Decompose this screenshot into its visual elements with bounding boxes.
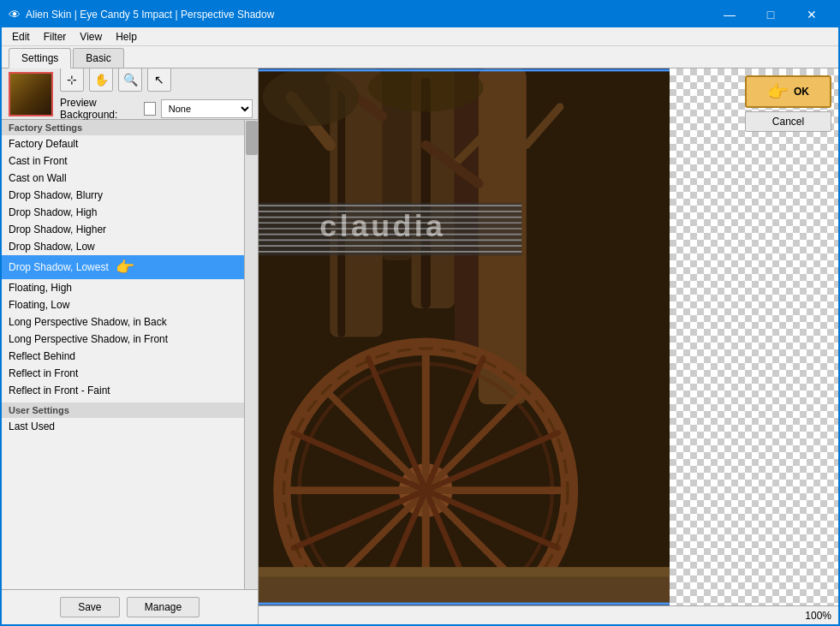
list-item[interactable]: Drop Shadow, Low — [2, 238, 244, 255]
list-with-scroll: Factory Settings Factory Default Cast in… — [2, 120, 258, 589]
svg-text:claudia: claudia — [319, 209, 445, 243]
maximize-button[interactable]: □ — [751, 2, 790, 27]
manage-button[interactable]: Manage — [127, 597, 200, 617]
tab-basic[interactable]: Basic — [73, 48, 123, 68]
list-item[interactable]: Floating, High — [2, 279, 244, 296]
bottom-buttons: Save Manage — [2, 589, 258, 624]
settings-list-container: Factory Settings Factory Default Cast in… — [2, 120, 258, 589]
list-item[interactable]: Reflect in Front — [2, 365, 244, 382]
left-panel: ⊹ ✋ 🔍 ↖ Preview Background: None White B… — [2, 69, 259, 624]
list-item-selected[interactable]: Drop Shadow, Lowest 👉 — [2, 255, 244, 279]
list-item[interactable]: Drop Shadow, High — [2, 204, 244, 221]
list-item[interactable]: Cast in Front — [2, 152, 244, 170]
app-icon: 👁 — [9, 8, 21, 21]
save-button[interactable]: Save — [60, 597, 120, 617]
menu-filter[interactable]: Filter — [37, 29, 74, 45]
user-settings-header: User Settings — [2, 402, 244, 418]
list-item[interactable]: Cast on Wall — [2, 170, 244, 187]
scrollbar-track[interactable] — [244, 120, 258, 589]
preview-bg-color — [144, 102, 155, 116]
pointer-tool-button[interactable]: ↖ — [147, 69, 171, 92]
factory-settings-header: Factory Settings — [2, 120, 244, 135]
window-title: Alien Skin | Eye Candy 5 Impact | Perspe… — [26, 9, 274, 21]
title-bar: 👁 Alien Skin | Eye Candy 5 Impact | Pers… — [2, 2, 838, 27]
hand-tool-button[interactable]: ✋ — [89, 69, 113, 92]
menu-edit[interactable]: Edit — [5, 29, 37, 45]
right-panel: 👉 OK Cancel — [259, 69, 838, 624]
list-item[interactable]: Factory Default — [2, 135, 244, 152]
preview-area: claudia — [259, 69, 838, 605]
list-items-inner: Factory Settings Factory Default Cast in… — [2, 120, 244, 589]
preview-bg-row: Preview Background: None White Black Gra… — [60, 97, 253, 121]
title-bar-controls: — □ ✕ — [710, 2, 831, 27]
list-item[interactable]: Reflect Behind — [2, 348, 244, 365]
preview-strip: ⊹ ✋ 🔍 ↖ Preview Background: None White B… — [2, 69, 258, 120]
tab-settings[interactable]: Settings — [9, 48, 71, 69]
list-item[interactable]: Reflect in Front - Faint — [2, 382, 244, 399]
main-content: ⊹ ✋ 🔍 ↖ Preview Background: None White B… — [2, 69, 838, 624]
selected-item-arrow: 👉 — [116, 258, 134, 277]
list-item[interactable]: Long Perspective Shadow, in Back — [2, 313, 244, 331]
ok-button[interactable]: 👉 OK — [745, 75, 831, 108]
list-item-last-used[interactable]: Last Used — [2, 418, 244, 435]
preview-right: ⊹ ✋ 🔍 ↖ Preview Background: None White B… — [60, 69, 253, 121]
svg-rect-39 — [259, 567, 670, 576]
select-tool-button[interactable]: ⊹ — [60, 69, 84, 92]
main-window: 👁 Alien Skin | Eye Candy 5 Impact | Pers… — [0, 0, 840, 626]
list-item[interactable]: Floating, Low — [2, 296, 244, 313]
title-bar-left: 👁 Alien Skin | Eye Candy 5 Impact | Pers… — [9, 8, 274, 21]
tabs-bar: Settings Basic — [2, 46, 838, 69]
menu-view[interactable]: View — [73, 29, 109, 45]
list-item[interactable]: Long Perspective Shadow, in Front — [2, 331, 244, 348]
zoom-level: 100% — [805, 610, 831, 622]
ok-label: OK — [794, 86, 809, 98]
close-button[interactable]: ✕ — [792, 2, 831, 27]
settings-list-wrapper: Factory Settings Factory Default Cast in… — [2, 120, 258, 589]
cancel-button[interactable]: Cancel — [745, 111, 831, 132]
ok-cancel-buttons: 👉 OK Cancel — [745, 75, 831, 132]
zoom-tool-button[interactable]: 🔍 — [118, 69, 142, 92]
preview-bg-label: Preview Background: — [60, 97, 139, 121]
status-bar: 100% — [259, 605, 838, 624]
thumbnail-image — [10, 74, 51, 115]
ok-arrow-icon: 👉 — [767, 81, 789, 102]
menu-help[interactable]: Help — [109, 29, 144, 45]
svg-point-13 — [263, 69, 359, 126]
preview-image: claudia — [259, 69, 670, 605]
menu-bar: Edit Filter View Help — [2, 27, 838, 46]
preview-thumbnail[interactable] — [9, 72, 53, 116]
list-item[interactable]: Drop Shadow, Higher — [2, 221, 244, 238]
svg-rect-7 — [421, 78, 431, 308]
minimize-button[interactable]: — — [710, 2, 749, 27]
preview-controls-bar: ⊹ ✋ 🔍 ↖ — [60, 69, 253, 92]
preview-bg-select[interactable]: None White Black Gray — [161, 99, 253, 118]
scrollbar-thumb[interactable] — [246, 121, 258, 155]
list-item[interactable]: Drop Shadow, Blurry — [2, 187, 244, 204]
